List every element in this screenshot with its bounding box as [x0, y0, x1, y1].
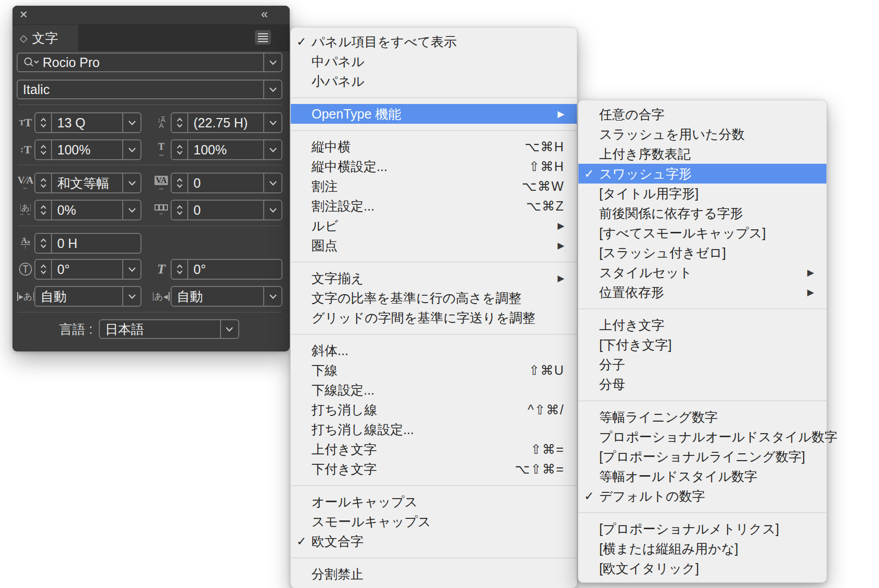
grid-tracking-value[interactable]: 0: [188, 201, 263, 219]
menu-item[interactable]: 文字の比率を基準に行の高さを調整: [291, 288, 577, 308]
menu-item[interactable]: 上付き文字⇧⌘=: [291, 439, 577, 459]
menu-item[interactable]: 前後関係に依存する字形: [578, 203, 826, 223]
menu-item[interactable]: 斜体...: [291, 341, 577, 360]
menu-item[interactable]: スモールキャップス: [291, 512, 577, 531]
font-family-value[interactable]: Rocio Pro: [43, 55, 100, 70]
menu-item[interactable]: [プロポーショナルメトリクス]: [578, 519, 826, 539]
horizontal-scale-field[interactable]: 100%: [171, 139, 282, 160]
grid-tracking-field[interactable]: 0: [171, 200, 282, 220]
vertical-scale-stepper[interactable]: [35, 140, 52, 159]
font-style-dropdown[interactable]: [263, 81, 281, 98]
tsume-end-field[interactable]: 自動: [171, 286, 282, 307]
menu-item[interactable]: 中パネル: [291, 51, 577, 71]
font-size-dropdown[interactable]: [122, 113, 140, 132]
collapse-panel-icon[interactable]: «: [261, 7, 267, 21]
horizontal-scale-value[interactable]: 100%: [188, 140, 263, 159]
menu-item[interactable]: グリッドの字間を基準に字送りを調整: [291, 308, 577, 328]
grid-tracking-stepper[interactable]: [172, 201, 188, 219]
tsume-end-value[interactable]: 自動: [172, 287, 263, 306]
menu-item[interactable]: オールキャップス: [291, 492, 577, 512]
character-rotation-dropdown[interactable]: [122, 260, 140, 279]
menu-item[interactable]: 小パネル: [291, 71, 577, 91]
character-rotation-value[interactable]: 0°: [52, 260, 122, 279]
menu-item[interactable]: [横または縦組み用かな]: [578, 539, 826, 558]
vertical-scale-field[interactable]: 100%: [34, 139, 141, 160]
aki-amount-stepper[interactable]: [35, 201, 52, 219]
character-rotation-field[interactable]: 0°: [34, 259, 141, 280]
menu-item[interactable]: 等幅オールドスタイル数字: [578, 466, 826, 486]
language-field[interactable]: 日本語: [99, 319, 239, 339]
font-style-value[interactable]: Italic: [23, 82, 49, 97]
kerning-value[interactable]: 和文等幅: [52, 174, 122, 192]
menu-item[interactable]: 圏点▶: [291, 236, 577, 255]
menu-item[interactable]: ✓パネル項目をすべて表示: [291, 32, 577, 51]
leading-stepper[interactable]: [172, 113, 188, 132]
tracking-dropdown[interactable]: [263, 174, 281, 192]
menu-item[interactable]: 縦中横⌥⌘H: [291, 137, 577, 156]
kerning-stepper[interactable]: [35, 174, 52, 192]
menu-item[interactable]: ✓欧文合字: [291, 531, 577, 551]
leading-field[interactable]: (22.75 H): [171, 112, 282, 133]
skew-stepper[interactable]: [172, 260, 188, 279]
menu-item[interactable]: 位置依存形▶: [578, 282, 826, 302]
menu-item[interactable]: スタイルセット▶: [578, 263, 826, 282]
skew-value[interactable]: 0°: [188, 260, 281, 279]
kerning-dropdown[interactable]: [122, 174, 140, 192]
tracking-field[interactable]: 0: [171, 173, 282, 193]
menu-item[interactable]: [下付き文字]: [578, 335, 826, 355]
font-size-stepper[interactable]: [35, 113, 52, 132]
menu-item[interactable]: 打ち消し線設定...: [291, 420, 577, 439]
menu-item[interactable]: 下線⇧⌘U: [291, 360, 577, 380]
aki-amount-dropdown[interactable]: [122, 201, 140, 219]
menu-item[interactable]: 任意の合字: [578, 104, 826, 124]
vertical-scale-value[interactable]: 100%: [52, 140, 122, 159]
menu-item[interactable]: 割注⌥⌘W: [291, 176, 577, 196]
menu-item[interactable]: 割注設定...⌥⌘Z: [291, 196, 577, 216]
font-family-field[interactable]: Rocio Pro: [17, 53, 282, 72]
menu-item[interactable]: 分子: [578, 355, 826, 374]
tsume-end-dropdown[interactable]: [263, 287, 281, 306]
tsume-start-field[interactable]: 自動: [34, 286, 141, 307]
baseline-shift-field[interactable]: 0 H: [34, 233, 141, 254]
menu-item[interactable]: [タイトル用字形]: [578, 184, 826, 203]
panel-menu-button[interactable]: [255, 30, 271, 45]
close-icon[interactable]: ✕: [19, 8, 28, 21]
tracking-value[interactable]: 0: [188, 174, 263, 192]
menu-item[interactable]: 文字揃え▶: [291, 268, 577, 288]
menu-item[interactable]: 分母: [578, 374, 826, 394]
language-dropdown[interactable]: [220, 320, 238, 338]
skew-field[interactable]: 0°: [171, 259, 282, 280]
vertical-scale-dropdown[interactable]: [122, 140, 140, 159]
horizontal-scale-dropdown[interactable]: [263, 140, 281, 159]
language-value[interactable]: 日本語: [100, 320, 220, 338]
leading-value[interactable]: (22.75 H): [188, 113, 263, 132]
font-family-dropdown[interactable]: [263, 54, 281, 71]
horizontal-scale-stepper[interactable]: [172, 140, 188, 159]
tsume-start-dropdown[interactable]: [122, 287, 140, 306]
menu-item[interactable]: 等幅ライニング数字: [578, 407, 826, 427]
menu-item[interactable]: プロポーショナルオールドスタイル数字: [578, 427, 826, 447]
tsume-start-value[interactable]: 自動: [35, 287, 122, 306]
baseline-shift-stepper[interactable]: [35, 234, 52, 253]
menu-item[interactable]: スラッシュを用いた分数: [578, 124, 826, 144]
grid-tracking-dropdown[interactable]: [263, 201, 281, 219]
panel-titlebar[interactable]: ✕ «: [12, 6, 290, 25]
menu-item[interactable]: [欧文イタリック]: [578, 558, 826, 578]
baseline-shift-value[interactable]: 0 H: [52, 234, 140, 253]
leading-dropdown[interactable]: [263, 113, 281, 132]
menu-item[interactable]: 下付き文字⌥⇧⌘=: [291, 459, 577, 479]
menu-item[interactable]: 縦中横設定...⇧⌘H: [291, 156, 577, 176]
panel-cycle-icon[interactable]: ◇: [20, 32, 28, 44]
tracking-stepper[interactable]: [172, 174, 188, 192]
menu-item[interactable]: 打ち消し線^⇧⌘/: [291, 400, 577, 420]
menu-item[interactable]: ✓デフォルトの数字: [578, 486, 826, 506]
aki-amount-value[interactable]: 0%: [52, 201, 122, 219]
menu-item[interactable]: OpenType 機能▶: [291, 104, 577, 124]
menu-item[interactable]: 分割禁止: [291, 564, 577, 584]
menu-item[interactable]: 上付き序数表記: [578, 144, 826, 164]
character-rotation-stepper[interactable]: [35, 260, 52, 279]
font-size-value[interactable]: 13 Q: [52, 113, 122, 132]
menu-item[interactable]: ✓スワッシュ字形: [578, 164, 826, 184]
menu-item[interactable]: 上付き文字: [578, 315, 826, 335]
menu-item[interactable]: ルビ▶: [291, 216, 577, 236]
